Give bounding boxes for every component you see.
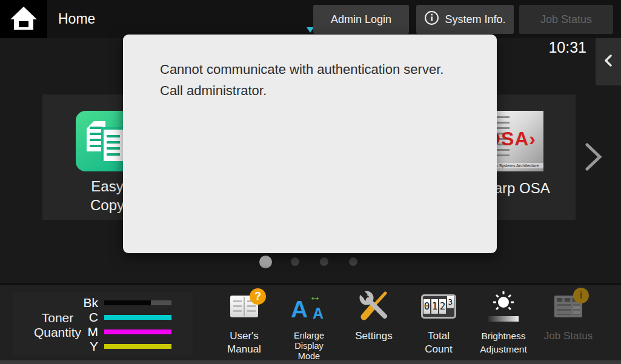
tools-icon	[358, 290, 390, 323]
toner-bar	[104, 344, 171, 349]
toner-row-c: C	[13, 310, 171, 324]
toner-fill	[104, 300, 151, 305]
brightness-sun-icon	[487, 291, 520, 322]
page-title: Home	[58, 0, 95, 38]
toner-label: Bk	[13, 296, 104, 310]
toner-bar	[104, 315, 171, 320]
toner-fill	[104, 329, 171, 334]
small-a-glyph: A	[313, 306, 324, 321]
toner-fill	[104, 315, 171, 320]
question-badge-icon: ?	[250, 288, 266, 305]
brightness-adjustment-button[interactable]: Brightness Adjustment	[468, 290, 539, 363]
document-lines	[90, 127, 102, 148]
job-status-button-top-disabled: Job Status	[519, 5, 613, 34]
enlarge-display-mode-button[interactable]: A ↔ A Enlarge Display Mode	[274, 290, 344, 363]
pager-dot[interactable]	[259, 256, 272, 268]
counter-digit: 1	[431, 299, 438, 314]
pager-dot[interactable]	[291, 257, 299, 266]
document-lines	[107, 135, 120, 157]
info-badge-icon: i	[573, 288, 589, 303]
job-status-top-label: Job Status	[540, 13, 592, 26]
chevron-left-icon	[604, 55, 613, 69]
toner-row-y: Y	[13, 339, 171, 353]
printer-home-screen: Home Admin Login System Info. Job Status…	[0, 0, 621, 364]
resize-arrow-icon: ↔	[309, 290, 321, 303]
home-button[interactable]	[0, 0, 47, 38]
error-message: Cannot communicate with authentication s…	[160, 59, 474, 101]
brightness-gradient-bar	[488, 316, 519, 322]
pager-dot[interactable]	[349, 257, 357, 266]
large-a-glyph: A	[291, 297, 308, 321]
clock: 10:31	[515, 39, 586, 56]
admin-login-button[interactable]: Admin Login	[313, 5, 409, 34]
toner-bar	[104, 300, 171, 305]
toner-label: M	[13, 325, 104, 339]
counter-digit: 3	[447, 296, 454, 308]
job-list-icon: i	[554, 296, 582, 317]
error-dialog[interactable]: Cannot communicate with authentication s…	[123, 35, 497, 253]
system-info-button[interactable]: System Info.	[416, 5, 514, 34]
toner-row-m: M	[13, 325, 171, 339]
counter-icon: 0 1 2 3	[421, 294, 456, 319]
toner-bar	[104, 329, 171, 334]
counter-digit: 2	[439, 299, 446, 314]
manual-book-icon: ?	[230, 296, 258, 317]
admin-login-label: Admin Login	[331, 13, 391, 26]
copy-document-front	[101, 127, 123, 161]
system-info-label: System Info.	[445, 13, 505, 26]
home-icon	[10, 5, 38, 33]
toner-quantity-panel: Toner Quantity Bk C M Y	[13, 292, 193, 356]
panel-collapse-tab[interactable]	[596, 38, 621, 85]
job-status-label: Job Status	[527, 329, 609, 343]
toner-label: Y	[13, 339, 104, 354]
pager-dot[interactable]	[320, 257, 328, 266]
top-bar: Home Admin Login System Info. Job Status	[0, 0, 621, 38]
toner-fill	[104, 344, 171, 349]
counter-digit: 0	[423, 299, 430, 314]
toner-label: C	[13, 310, 104, 325]
bottom-edge-strip	[0, 360, 621, 364]
info-icon	[424, 10, 439, 28]
job-status-button-disabled: i Job Status	[533, 290, 603, 363]
next-page-arrow[interactable]	[585, 143, 602, 173]
toner-row-bk: Bk	[13, 296, 171, 309]
enlarge-display-icon: A ↔ A	[290, 292, 328, 321]
